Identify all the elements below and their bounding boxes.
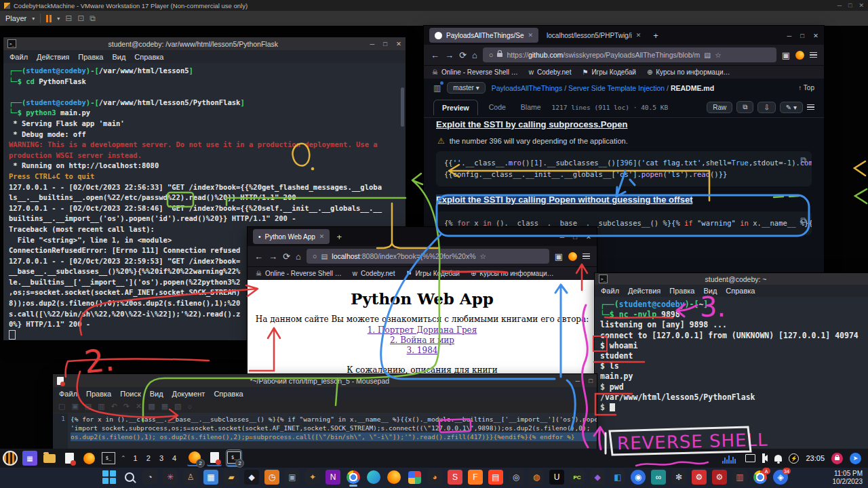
book-link-1[interactable]: 1. Портрет Дориана Грея (248, 325, 597, 336)
taskbar-icon-pinwheel[interactable]: ✳ (163, 470, 178, 485)
bookmark-item[interactable]: wCodeby.net (529, 68, 572, 76)
taskbar-firefox-running[interactable]: 2 (187, 450, 202, 466)
forward-icon[interactable]: → (269, 251, 277, 262)
mousepad-titlebar[interactable]: *~/Рабочий стол/tmp_lesson_5 - Mousepad … (53, 374, 597, 387)
taskbar-icon-chrome-profile[interactable]: A (753, 470, 768, 485)
tab-preview[interactable]: Preview (433, 100, 478, 115)
extensions-shield-icon[interactable]: ▣ (555, 251, 563, 262)
menu-item-5[interactable]: Справка (214, 390, 243, 398)
file-manager-icon[interactable] (42, 451, 57, 466)
new-doc-icon[interactable]: ▢ (58, 402, 65, 411)
window-close-button[interactable]: ✕ (813, 32, 818, 39)
workspace-switcher[interactable]: 1 2 3 4 (134, 454, 180, 462)
home-icon[interactable]: ⌂ (472, 50, 477, 60)
taskbar-icon-blender[interactable]: ◍ (529, 470, 544, 485)
app-urlbar[interactable]: ○ ▤ localhost:8080/index?book={%%20for%2… (307, 249, 549, 264)
codeby-menu-icon[interactable] (3, 451, 18, 466)
forward-icon[interactable]: → (445, 50, 454, 60)
desktop-launcher-icon[interactable]: ▦ (22, 451, 37, 466)
edit-pencil-icon[interactable]: ✎ ▾ (780, 102, 803, 113)
bookmark-star-icon[interactable]: ☆ (715, 51, 721, 59)
taskbar-icon-chrome[interactable] (346, 470, 361, 485)
bookmark-item[interactable]: wCodeby.net (353, 270, 395, 277)
firefox-account-icon[interactable] (568, 252, 577, 261)
open-icon[interactable]: ▣ (71, 402, 78, 411)
terminal2-titlebar[interactable]: >_ student@codeby: ~ (595, 273, 868, 285)
taskbar-icon-obsidian[interactable]: ◆ (244, 470, 259, 485)
taskbar-icon-vstudio[interactable]: ◆ (590, 470, 605, 485)
menu-item-2[interactable]: Правка (78, 53, 103, 61)
taskbar-icon-unreal[interactable]: U (549, 470, 564, 485)
menu-item-3[interactable]: Вид (703, 287, 717, 295)
reload-icon[interactable]: ⟳ (283, 251, 290, 262)
app-menu-icon[interactable] (583, 253, 590, 260)
readme-heading-popen[interactable]: Exploit the SSTI by calling Popen withou… (436, 195, 812, 205)
outline-icon[interactable] (807, 104, 814, 110)
bookmark-star-icon[interactable]: ☆ (480, 252, 486, 260)
mousepad-maximize-button[interactable]: □ (589, 377, 593, 384)
taskbar-icon-fl[interactable]: ◕ (427, 470, 442, 485)
extensions-shield-icon[interactable]: ▣ (782, 50, 790, 60)
volume-icon[interactable] (762, 455, 768, 462)
copy-code-icon[interactable]: ⧉ (800, 216, 806, 225)
app-menu-icon[interactable] (810, 52, 817, 58)
reload-icon[interactable]: ⟳ (459, 50, 467, 60)
window-maximize-button[interactable]: □ (800, 32, 804, 39)
expand-launchers-icon[interactable]: ⌃ (121, 455, 126, 462)
taskbar-icon-onenote[interactable]: N (326, 470, 340, 485)
menu-item-3[interactable]: Вид (112, 53, 125, 61)
notifications-icon[interactable] (774, 455, 782, 462)
mousepad-minimize-button[interactable]: ─ (576, 377, 580, 384)
vmware-close-button[interactable]: ✕ (859, 2, 864, 9)
save-as-icon[interactable]: ▥ (98, 402, 104, 411)
copy-raw-icon[interactable]: ⧉ (736, 101, 753, 113)
display-tray-icon[interactable] (745, 454, 755, 462)
taskbar-icon-edge[interactable] (366, 470, 381, 485)
window-maximize-button[interactable]: □ (573, 233, 577, 241)
power-manager-icon[interactable]: ⚡ (789, 453, 799, 464)
taskbar-icon-spark[interactable]: ✻ (671, 470, 686, 485)
vmware-minimize-button[interactable]: ─ (837, 2, 842, 9)
home-icon[interactable]: ⌂ (296, 251, 301, 262)
taskbar-icon-red-tile[interactable]: ▤ (488, 470, 503, 485)
tab-localhost-phptwig[interactable]: localhost/lesson5/PHPTwig/i ✕ (541, 28, 646, 43)
bookmark-item[interactable]: ⊕Курсы по информаци… (647, 68, 730, 76)
taskbar-icon-clock-app[interactable]: ◷ (264, 470, 279, 485)
replace-icon[interactable]: ○ (188, 403, 193, 411)
book-link-3[interactable]: 3. 1984 (248, 346, 597, 356)
shield-icon[interactable]: ○ (313, 252, 317, 260)
taskbar-icon-explorer[interactable]: ▰ (224, 470, 239, 485)
cut-icon[interactable]: ✕ (136, 402, 142, 411)
menu-item-4[interactable]: Справка (134, 53, 163, 61)
taskbar-icon-s-app[interactable]: S (448, 470, 462, 485)
taskbar-icon-pycharm[interactable]: PC (570, 470, 585, 485)
new-tab-button[interactable]: + (649, 30, 663, 41)
terminal-launcher-icon[interactable]: $_ (101, 451, 116, 466)
menu-item-0[interactable]: Файл (59, 390, 77, 398)
taskbar-icon-search[interactable] (122, 470, 137, 485)
taskbar-icon-firefox[interactable] (387, 470, 401, 485)
taskbar-icon-share[interactable]: ✦ (305, 470, 320, 485)
taskbar-icon-gear1[interactable]: ⚙ (692, 470, 707, 485)
menu-item-1[interactable]: Действия (628, 287, 660, 295)
suspend-caret-icon[interactable]: ▾ (57, 16, 60, 22)
menu-item-3[interactable]: Вид (150, 390, 163, 398)
vm-clock[interactable]: 23:05 (806, 454, 825, 462)
redo-icon[interactable]: ↷ (123, 402, 130, 411)
branch-selector[interactable]: master ▾ (447, 82, 485, 94)
terminal1-close-button[interactable]: ✕ (396, 40, 401, 47)
tab-blame[interactable]: Blame (517, 100, 545, 115)
bookmark-item[interactable]: ⚑Игры Кодебай (582, 68, 635, 76)
windows-clock[interactable]: 11:05 PM 10/2/2023 (833, 470, 863, 486)
taskbar-icon-display-app[interactable]: ▥ (732, 470, 747, 485)
new-tab-button[interactable]: + (332, 232, 346, 242)
bookmark-item[interactable]: ☠Online - Reverse Shell … (256, 270, 342, 277)
top-link[interactable]: ↑ Top (798, 84, 814, 92)
menu-item-4[interactable]: Документ (172, 390, 205, 398)
tab-close-icon[interactable]: ✕ (319, 233, 325, 240)
suspend-vm-button[interactable] (46, 15, 52, 22)
tab-code[interactable]: Code (485, 100, 510, 115)
taskbar-icon-obs[interactable]: ◎ (509, 470, 524, 485)
send-ctrl-alt-del-icon[interactable]: ⊟ (65, 14, 72, 23)
taskbar-icon-people[interactable]: ♙ (183, 470, 198, 485)
